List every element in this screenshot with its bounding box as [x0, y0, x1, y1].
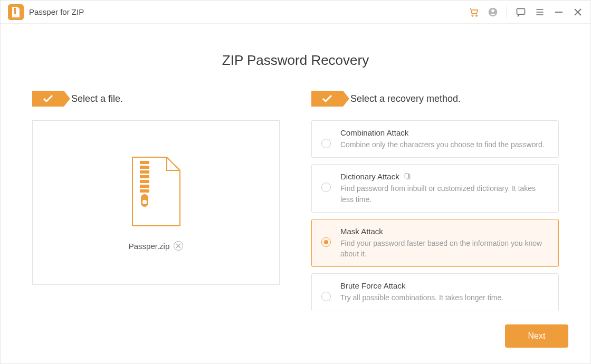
svg-rect-18	[140, 189, 149, 193]
method-section: Select a recovery method. Combination At…	[311, 91, 559, 311]
titlebar: Passper for ZIP	[1, 1, 590, 24]
cart-icon[interactable]	[469, 7, 479, 17]
svg-rect-20	[142, 200, 147, 204]
account-icon[interactable]	[488, 7, 498, 17]
check-flag-icon	[311, 91, 343, 107]
check-flag-icon	[32, 91, 64, 107]
method-option[interactable]: Dictionary AttackFind password from inbu…	[311, 164, 559, 213]
svg-rect-0	[14, 8, 16, 14]
svg-rect-15	[140, 175, 149, 178]
app-logo	[8, 4, 24, 20]
svg-rect-17	[140, 185, 149, 188]
method-title: Brute Force Attack	[340, 281, 405, 290]
step-method-label: Select a recovery method.	[350, 93, 461, 104]
method-description: Find your password faster based on the i…	[340, 238, 549, 260]
step-file-label: Select a file.	[71, 93, 123, 104]
page-title: ZIP Password Recovery	[32, 52, 559, 69]
svg-point-4	[491, 9, 494, 12]
zip-file-icon	[127, 155, 185, 228]
method-option[interactable]: Brute Force AttackTry all possible combi…	[311, 273, 559, 311]
method-title: Combination Attack	[340, 128, 408, 137]
method-title: Mask Attack	[340, 227, 383, 236]
close-button[interactable]	[573, 7, 583, 17]
remove-file-button[interactable]	[174, 241, 183, 251]
radio-icon	[321, 139, 331, 148]
svg-rect-14	[140, 170, 149, 174]
step-header-file: Select a file.	[32, 91, 280, 107]
titlebar-divider	[507, 6, 507, 18]
svg-rect-13	[140, 166, 149, 169]
method-option[interactable]: Mask AttackFind your password faster bas…	[311, 219, 559, 267]
radio-icon	[321, 183, 331, 192]
titlebar-actions	[469, 6, 583, 18]
radio-icon	[321, 237, 331, 247]
minimize-button[interactable]	[554, 7, 564, 17]
methods-list: Combination AttackCombine only the chara…	[311, 120, 559, 311]
app-window: Passper for ZIP ZIP Passwo	[0, 0, 591, 364]
method-title: Dictionary Attack	[340, 172, 399, 181]
radio-icon	[321, 292, 331, 301]
method-description: Find password from inbuilt or customized…	[340, 183, 549, 205]
next-button[interactable]: Next	[505, 324, 568, 348]
method-option[interactable]: Combination AttackCombine only the chara…	[311, 120, 559, 158]
method-description: Try all possible combinations. It takes …	[340, 292, 549, 303]
file-panel[interactable]: Passper.zip	[32, 120, 280, 285]
svg-rect-5	[517, 8, 525, 14]
svg-point-1	[472, 15, 473, 16]
method-description: Combine only the characters you choose t…	[340, 139, 549, 150]
svg-rect-23	[405, 174, 408, 178]
file-section: Select a file.	[32, 91, 280, 311]
feedback-icon[interactable]	[516, 7, 526, 17]
step-header-method: Select a recovery method.	[311, 91, 559, 107]
svg-rect-16	[140, 180, 149, 183]
svg-point-2	[476, 15, 478, 16]
settings-icon[interactable]	[404, 173, 411, 182]
selected-file-name: Passper.zip	[129, 242, 170, 251]
menu-icon[interactable]	[535, 7, 545, 17]
svg-rect-12	[140, 161, 149, 164]
app-title: Passper for ZIP	[29, 7, 84, 16]
main-content: ZIP Password Recovery Select a file.	[1, 24, 590, 311]
